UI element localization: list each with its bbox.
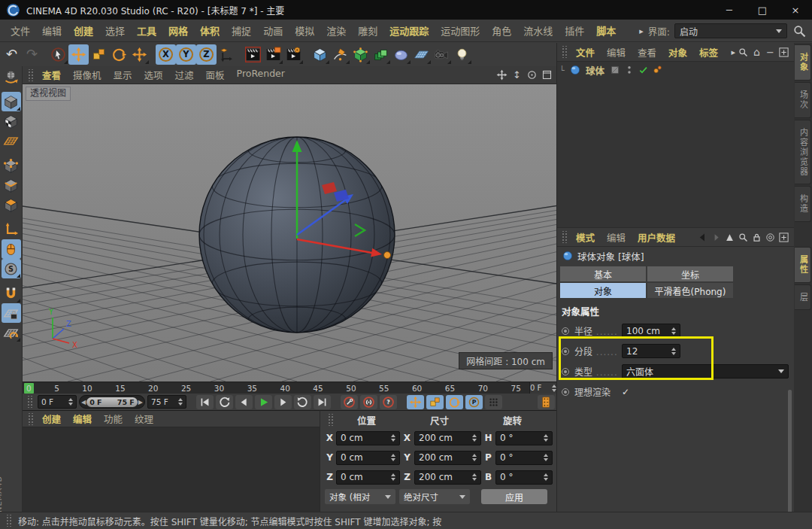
attribute-manager-menu-item[interactable]: 用户数据: [632, 230, 681, 245]
stepper-icon[interactable]: [68, 398, 73, 406]
stepper-icon[interactable]: [472, 434, 477, 442]
coord-system-button[interactable]: [217, 44, 237, 65]
previous-frame-button[interactable]: [235, 395, 253, 409]
key-position-toggle[interactable]: [407, 395, 424, 409]
object-manager-menu-item[interactable]: 文件: [570, 45, 601, 59]
maximize-button[interactable]: □: [746, 0, 779, 20]
menu-overflow-icon[interactable]: ▸: [639, 26, 644, 36]
mode-object-dropdown[interactable]: 对象 (相对: [325, 489, 395, 504]
redo-button[interactable]: ↷: [22, 44, 42, 65]
target-icon[interactable]: [765, 232, 776, 243]
menu-item[interactable]: 捕捉: [226, 23, 257, 38]
panel-grip[interactable]: [561, 231, 568, 243]
play-backwards-button[interactable]: [216, 395, 233, 409]
spline-pen-button[interactable]: [330, 44, 350, 65]
panel-grip[interactable]: [561, 46, 568, 58]
attribute-manager-menu-item[interactable]: 模式: [570, 230, 601, 245]
floor-button[interactable]: [411, 44, 432, 65]
stepper-icon[interactable]: [552, 385, 556, 392]
panel-grip[interactable]: [327, 414, 334, 426]
tab-basic[interactable]: 基本: [560, 266, 646, 281]
key-rotation-toggle[interactable]: [446, 395, 463, 409]
material-menu-item[interactable]: 纹理: [129, 412, 159, 426]
viewport-menu-item[interactable]: 选项: [138, 68, 169, 82]
material-menu-item[interactable]: 编辑: [67, 412, 98, 426]
subdivision-surface-button[interactable]: [350, 44, 371, 65]
current-frame-input[interactable]: 0 F: [38, 395, 77, 409]
scrollbar[interactable]: [788, 390, 792, 529]
enable-quantizing-button[interactable]: S: [2, 259, 21, 278]
stepper-icon[interactable]: [544, 473, 548, 481]
camera-button[interactable]: [432, 44, 452, 65]
viewport-zoom-button[interactable]: ↕: [510, 68, 524, 82]
menu-item[interactable]: 角色: [486, 23, 517, 38]
object-row-sphere[interactable]: └ 球体: [557, 62, 794, 78]
material-menu-item[interactable]: 功能: [98, 412, 129, 426]
make-editable-button[interactable]: [2, 67, 21, 87]
render-region-button[interactable]: [263, 44, 283, 65]
add-cube-button[interactable]: [310, 44, 330, 65]
panel-grip[interactable]: [5, 515, 12, 527]
edges-mode-button[interactable]: [2, 175, 21, 195]
stepper-icon[interactable]: [472, 473, 477, 481]
up-arrow-icon[interactable]: [724, 232, 735, 243]
size-z-input[interactable]: 200 cm: [414, 470, 481, 485]
key-pla-toggle[interactable]: [485, 395, 502, 409]
menu-item[interactable]: 渲染: [320, 23, 352, 38]
render-perfect-checkbox[interactable]: ✓: [622, 387, 629, 397]
minimize-button[interactable]: ─: [713, 0, 746, 20]
visible-only-button[interactable]: [2, 239, 21, 259]
stepper-icon[interactable]: [391, 454, 395, 461]
lock-y-button[interactable]: Y: [176, 44, 196, 65]
viewport-orbit-button[interactable]: [525, 68, 539, 82]
enable-axis-button[interactable]: [2, 220, 21, 239]
size-x-input[interactable]: 200 cm: [414, 431, 481, 445]
menu-item[interactable]: 脚本: [590, 23, 622, 38]
key-parameter-toggle[interactable]: P: [465, 395, 483, 409]
size-y-input[interactable]: 200 cm: [414, 451, 481, 465]
expand-icon[interactable]: [778, 232, 789, 243]
metaball-button[interactable]: [391, 44, 411, 65]
viewport-menu-item[interactable]: 显示: [108, 68, 138, 82]
next-frame-button[interactable]: [274, 395, 292, 409]
last-tool-button[interactable]: [129, 44, 150, 65]
menu-item[interactable]: 插件: [559, 23, 590, 38]
render-view-button[interactable]: [243, 44, 263, 65]
tab-coordinates[interactable]: 坐标: [647, 266, 733, 281]
keyframe-button[interactable]: [538, 395, 555, 409]
object-manager-menu-item[interactable]: 查看: [632, 45, 662, 59]
workplane-lock-button[interactable]: [2, 303, 21, 323]
radio-bullet-icon[interactable]: [562, 368, 569, 375]
rot-b-input[interactable]: 0 °: [495, 470, 553, 485]
stepper-icon[interactable]: [544, 434, 548, 442]
object-name[interactable]: 球体: [583, 63, 607, 78]
stepper-icon[interactable]: [544, 454, 548, 461]
polygons-mode-button[interactable]: [2, 195, 21, 214]
workplane-rotate-button[interactable]: [2, 323, 21, 342]
viewport-pan-button[interactable]: [495, 68, 509, 82]
stepper-icon[interactable]: [472, 454, 477, 461]
panel-grip[interactable]: [26, 396, 33, 408]
range-pill[interactable]: 0 F 75 F: [86, 397, 138, 407]
view-label[interactable]: 透视视图: [26, 87, 71, 101]
rot-h-input[interactable]: 0 °: [495, 431, 553, 445]
viewport-menu-item[interactable]: 过滤: [169, 68, 200, 82]
menu-item[interactable]: 运动跟踪: [383, 23, 435, 38]
timeline-ruler[interactable]: 051015202530354045505560657075 0 F: [23, 382, 556, 394]
radius-input[interactable]: 100 cm: [622, 324, 680, 338]
viewport-menu-item[interactable]: 摄像机: [67, 68, 108, 82]
pos-y-input[interactable]: 0 cm: [336, 451, 400, 465]
viewport-menu-item[interactable]: ProRender: [231, 68, 291, 82]
go-to-start-button[interactable]: [196, 395, 214, 409]
end-frame-input[interactable]: 75 F: [147, 395, 186, 409]
stepper-icon[interactable]: [671, 348, 676, 355]
stepper-icon[interactable]: [391, 473, 395, 481]
phong-tag-icon[interactable]: [652, 64, 664, 76]
tab-structure[interactable]: 构造: [795, 186, 811, 222]
workplane-mode-button[interactable]: [2, 131, 21, 150]
autokeying-button[interactable]: [360, 395, 377, 409]
panel-grip[interactable]: [27, 69, 34, 81]
menu-item[interactable]: 流水线: [517, 23, 559, 38]
texture-mode-button[interactable]: [2, 111, 21, 131]
model-mode-button[interactable]: [2, 92, 21, 111]
